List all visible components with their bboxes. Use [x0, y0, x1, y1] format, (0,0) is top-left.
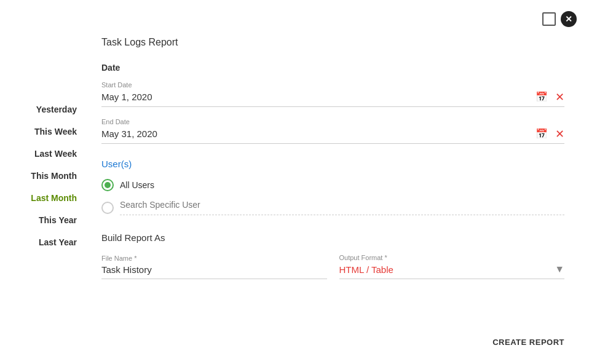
end-date-clear-button[interactable]: ✕ — [555, 129, 564, 140]
start-date-calendar-icon[interactable]: 📅 — [536, 91, 548, 103]
all-users-radio[interactable] — [101, 179, 114, 191]
sidebar: Yesterday This Week Last Week This Month… — [0, 0, 89, 364]
build-fields: File Name * Task History Output Format *… — [101, 254, 564, 279]
sidebar-item-last-month[interactable]: Last Month — [0, 187, 89, 209]
report-title: Task Logs Report — [101, 37, 564, 48]
start-date-row: May 1, 2020 📅 ✕ — [101, 91, 564, 107]
all-users-option[interactable]: All Users — [101, 179, 564, 191]
sidebar-item-last-year[interactable]: Last Year — [0, 231, 89, 253]
output-format-dropdown-icon[interactable]: ▼ — [555, 264, 564, 275]
specific-user-radio[interactable] — [101, 202, 114, 214]
users-section-label: User(s) — [101, 159, 564, 169]
end-date-calendar-icon[interactable]: 📅 — [536, 128, 548, 140]
main-content: Task Logs Report Date Start Date May 1, … — [89, 0, 589, 364]
build-section: Build Report As File Name * Task History… — [101, 232, 564, 279]
output-format-value: HTML / Table — [339, 264, 555, 275]
output-format-label: Output Format * — [339, 254, 565, 261]
date-section-label: Date — [101, 63, 564, 73]
footer: CREATE REPORT — [492, 333, 564, 352]
specific-user-search-input[interactable] — [120, 200, 564, 210]
start-date-value[interactable]: May 1, 2020 — [101, 92, 536, 102]
start-date-group: Start Date May 1, 2020 📅 ✕ — [101, 81, 564, 107]
end-date-group: End Date May 31, 2020 📅 ✕ — [101, 118, 564, 144]
all-users-radio-inner — [105, 182, 111, 188]
output-format-field: Output Format * HTML / Table ▼ — [339, 254, 565, 279]
sidebar-item-this-week[interactable]: This Week — [0, 121, 89, 143]
all-users-label: All Users — [120, 180, 154, 190]
sidebar-item-this-month[interactable]: This Month — [0, 165, 89, 187]
specific-user-option[interactable] — [101, 200, 564, 215]
specific-user-search-row — [120, 200, 564, 215]
date-section: Date Start Date May 1, 2020 📅 ✕ End Date… — [101, 63, 564, 144]
build-section-label: Build Report As — [101, 232, 564, 243]
file-name-value[interactable]: Task History — [101, 264, 327, 279]
file-name-label: File Name * — [101, 255, 327, 262]
sidebar-item-yesterday[interactable]: Yesterday — [0, 98, 89, 121]
start-date-clear-button[interactable]: ✕ — [555, 92, 564, 103]
sidebar-item-last-week[interactable]: Last Week — [0, 143, 89, 165]
file-name-field: File Name * Task History — [101, 255, 327, 279]
end-date-value[interactable]: May 31, 2020 — [101, 129, 536, 139]
sidebar-item-this-year[interactable]: This Year — [0, 209, 89, 231]
start-date-label: Start Date — [101, 81, 564, 89]
create-report-button[interactable]: CREATE REPORT — [492, 333, 564, 352]
users-section: User(s) All Users — [101, 159, 564, 215]
end-date-label: End Date — [101, 118, 564, 125]
end-date-row: May 31, 2020 📅 ✕ — [101, 128, 564, 144]
output-format-select[interactable]: HTML / Table ▼ — [339, 264, 565, 279]
